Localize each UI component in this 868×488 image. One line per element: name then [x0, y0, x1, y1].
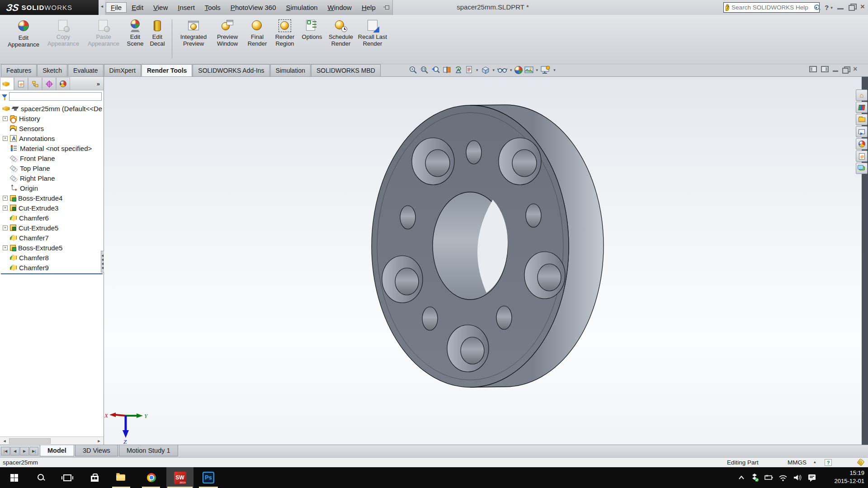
menu-tools[interactable]: Tools [200, 2, 226, 13]
preview-window-button[interactable]: Preview Window [211, 19, 244, 47]
apply-scene-caret-icon[interactable]: ▾ [536, 68, 538, 72]
design-library-button[interactable] [856, 102, 868, 113]
menu-photoview360[interactable]: PhotoView 360 [226, 2, 281, 13]
taskbar-search-button[interactable] [31, 467, 52, 488]
display-style-icon[interactable] [481, 65, 491, 75]
last-tab-button[interactable]: ▶| [29, 447, 38, 455]
minimize-button[interactable] [837, 4, 844, 9]
zoom-to-fit-icon[interactable] [408, 65, 418, 75]
status-help-icon[interactable]: ? [825, 459, 832, 466]
tree-item-material[interactable]: Material <not specified> [0, 143, 104, 153]
expand-icon[interactable] [3, 116, 8, 121]
restore-button[interactable] [849, 4, 855, 9]
solidworks-app-button[interactable]: SW2015 [166, 467, 193, 488]
recall-last-render-button[interactable]: Recall Last Render [357, 19, 388, 47]
tab-render-tools[interactable]: Render Tools [142, 64, 192, 76]
expand-icon[interactable] [3, 196, 8, 201]
3d-drawing-view-icon[interactable] [453, 65, 463, 75]
view-orientation-icon[interactable] [465, 65, 474, 75]
volume-icon[interactable] [792, 473, 803, 482]
tree-item-chamfer6[interactable]: Chamfer6 [0, 213, 104, 223]
options-button[interactable]: Options [299, 19, 325, 40]
tab-simulation[interactable]: Simulation [270, 64, 311, 76]
dimxpertmanager-tab[interactable] [42, 77, 56, 90]
pin-menubar-icon[interactable] [383, 5, 390, 10]
units-selector[interactable]: MMGS [788, 459, 807, 466]
hud-edit-appearance-icon[interactable] [514, 66, 523, 74]
expand-icon[interactable] [3, 206, 8, 211]
menu-edit[interactable]: Edit [127, 2, 148, 13]
file-explorer-button[interactable] [110, 467, 131, 488]
final-render-button[interactable]: Final Render [244, 19, 271, 47]
tree-item-annotations[interactable]: Annotations [0, 133, 104, 143]
menu-simulation[interactable]: Simulation [281, 2, 323, 13]
tab-dimxpert[interactable]: DimXpert [104, 64, 141, 76]
tree-item-boss-extrude4[interactable]: Boss-Extrude4 [0, 193, 104, 203]
taskbar-clock[interactable]: 15:19 2015-12-01 [832, 469, 864, 485]
dropbox-icon[interactable] [750, 473, 760, 483]
tree-filter-input[interactable] [9, 92, 102, 101]
help-dropdown-icon[interactable]: ▾ [830, 5, 833, 10]
tree-item-chamfer7[interactable]: Chamfer7 [0, 233, 104, 243]
hide-show-caret-icon[interactable]: ▾ [510, 68, 512, 72]
tree-item-front-plane[interactable]: Front Plane [0, 153, 104, 163]
scrollbar-thumb[interactable] [9, 438, 51, 444]
previous-tab-button[interactable]: ◀ [10, 447, 19, 455]
tree-item-top-plane[interactable]: Top Plane [0, 163, 104, 173]
tree-item-boss-extrude5[interactable]: Boss-Extrude5 [0, 243, 104, 253]
previous-view-icon[interactable] [431, 65, 441, 75]
wifi-icon[interactable] [778, 473, 788, 482]
doc-minimize-icon[interactable] [833, 67, 838, 72]
search-box[interactable]: ? ▾ [723, 2, 820, 13]
solidworks-forum-button[interactable] [856, 163, 868, 174]
file-explorer-button[interactable] [856, 114, 868, 125]
split-pane-left-icon[interactable] [809, 66, 817, 72]
start-button[interactable] [4, 467, 24, 488]
notifications-icon[interactable] [807, 473, 817, 483]
view-settings-caret-icon[interactable]: ▾ [553, 68, 556, 72]
featuremanager-tab[interactable] [0, 77, 14, 90]
tree-item-sensors[interactable]: Sensors [0, 123, 104, 133]
tab-features[interactable]: Features [1, 64, 37, 76]
propertymanager-tab[interactable] [14, 77, 28, 90]
tree-item-right-plane[interactable]: Right Plane [0, 173, 104, 183]
menu-help[interactable]: Help [357, 2, 381, 13]
doc-close-icon[interactable]: × [853, 66, 857, 72]
expand-icon[interactable] [3, 136, 8, 141]
integrated-preview-button[interactable]: Integrated Preview [176, 19, 211, 47]
tab-solidworks-mbd[interactable]: SOLIDWORKS MBD [311, 64, 381, 76]
units-caret-icon[interactable]: ▴ [814, 460, 816, 464]
help-button[interactable]: ? ▾ [825, 4, 833, 11]
tree-item-chamfer9[interactable]: Chamfer9 [0, 263, 104, 272]
split-pane-right-icon[interactable] [821, 66, 829, 72]
search-icon[interactable] [814, 4, 815, 11]
search-input[interactable] [729, 4, 814, 11]
displaymanager-tab[interactable] [56, 77, 70, 90]
doc-restore-icon[interactable] [842, 66, 849, 72]
battery-icon[interactable] [763, 473, 774, 482]
panel-horizontal-scrollbar[interactable]: ◄ ► [0, 436, 104, 445]
display-style-caret-icon[interactable]: ▾ [493, 68, 495, 72]
tray-expand-icon[interactable] [737, 473, 746, 482]
tree-item-cut-extrude5[interactable]: Cut-Extrude5 [0, 223, 104, 233]
view-palette-button[interactable] [856, 126, 868, 137]
menu-collapse-icon[interactable]: ◄ [100, 4, 104, 9]
panel-more-chevrons-icon[interactable]: » [97, 80, 104, 90]
edit-decal-button[interactable]: Edit Decal [146, 19, 168, 47]
model-tab[interactable]: Model [40, 445, 74, 456]
solidworks-resources-button[interactable]: ⌂ [856, 89, 868, 101]
tab-sketch[interactable]: Sketch [37, 64, 67, 76]
tab-solidworks-add-ins[interactable]: SOLIDWORKS Add-Ins [193, 64, 269, 76]
edit-appearance-button[interactable]: Edit Appearance [4, 19, 43, 48]
menu-insert[interactable]: Insert [173, 2, 200, 13]
chrome-button[interactable] [141, 467, 162, 488]
photoshop-button[interactable]: Ps [198, 467, 219, 488]
rollback-bar[interactable] [1, 273, 103, 274]
tree-item-root[interactable]: spacer25mm (Default<<De [0, 103, 104, 113]
menu-view[interactable]: View [148, 2, 173, 13]
first-tab-button[interactable]: |◀ [1, 447, 10, 455]
3d-views-tab[interactable]: 3D Views [75, 445, 118, 456]
view-settings-icon[interactable] [540, 65, 551, 75]
hide-show-items-icon[interactable] [497, 65, 508, 75]
tree-item-history[interactable]: History [0, 113, 104, 123]
